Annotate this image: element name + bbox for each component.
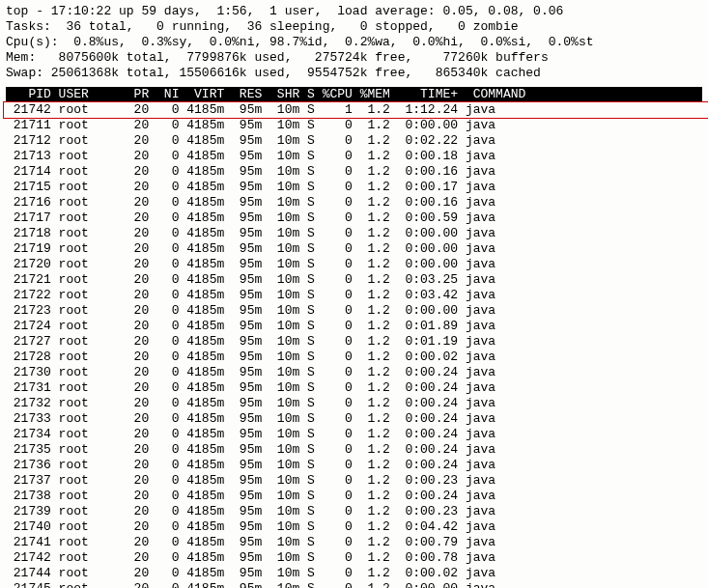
table-row: 21742 root 20 0 4185m 95m 10m S 0 1.2 0:…: [6, 550, 702, 566]
table-row: 21731 root 20 0 4185m 95m 10m S 0 1.2 0:…: [6, 380, 702, 396]
column-header-row: PID USER PR NI VIRT RES SHR S %CPU %MEM …: [6, 87, 702, 102]
top-summary-line-2: Tasks: 36 total, 0 running, 36 sleeping,…: [6, 19, 702, 35]
table-row: 21730 root 20 0 4185m 95m 10m S 0 1.2 0:…: [6, 365, 702, 380]
table-row: 21744 root 20 0 4185m 95m 10m S 0 1.2 0:…: [6, 566, 702, 581]
table-row: 21742 root 20 0 4185m 95m 10m S 1 1.2 1:…: [6, 102, 702, 118]
table-row: 21734 root 20 0 4185m 95m 10m S 0 1.2 0:…: [6, 427, 702, 442]
table-row: 21733 root 20 0 4185m 95m 10m S 0 1.2 0:…: [6, 411, 702, 427]
table-row: 21716 root 20 0 4185m 95m 10m S 0 1.2 0:…: [6, 195, 702, 210]
table-row: 21736 root 20 0 4185m 95m 10m S 0 1.2 0:…: [6, 458, 702, 473]
table-row: 21728 root 20 0 4185m 95m 10m S 0 1.2 0:…: [6, 350, 702, 365]
table-row: 21724 root 20 0 4185m 95m 10m S 0 1.2 0:…: [6, 319, 702, 334]
top-summary-line-3: Cpu(s): 0.8%us, 0.3%sy, 0.0%ni, 98.7%id,…: [6, 35, 702, 50]
table-row: 21712 root 20 0 4185m 95m 10m S 0 1.2 0:…: [6, 133, 702, 149]
table-row: 21714 root 20 0 4185m 95m 10m S 0 1.2 0:…: [6, 164, 702, 180]
table-row: 21737 root 20 0 4185m 95m 10m S 0 1.2 0:…: [6, 473, 702, 489]
table-row: 21741 root 20 0 4185m 95m 10m S 0 1.2 0:…: [6, 535, 702, 550]
table-row: 21720 root 20 0 4185m 95m 10m S 0 1.2 0:…: [6, 257, 702, 272]
top-summary-line-4: Mem: 8075600k total, 7799876k used, 2757…: [6, 50, 702, 66]
table-row: 21719 root 20 0 4185m 95m 10m S 0 1.2 0:…: [6, 241, 702, 257]
table-row: 21715 root 20 0 4185m 95m 10m S 0 1.2 0:…: [6, 180, 702, 195]
table-row: 21721 root 20 0 4185m 95m 10m S 0 1.2 0:…: [6, 272, 702, 288]
table-row: 21739 root 20 0 4185m 95m 10m S 0 1.2 0:…: [6, 504, 702, 519]
top-summary-line-5: Swap: 25061368k total, 15506616k used, 9…: [6, 66, 702, 81]
table-row: 21745 root 20 0 4185m 95m 10m S 0 1.2 0:…: [6, 581, 702, 588]
table-row: 21732 root 20 0 4185m 95m 10m S 0 1.2 0:…: [6, 396, 702, 411]
terminal-output: top - 17:10:22 up 59 days, 1:56, 1 user,…: [0, 0, 708, 588]
table-row: 21713 root 20 0 4185m 95m 10m S 0 1.2 0:…: [6, 149, 702, 164]
table-row: 21740 root 20 0 4185m 95m 10m S 0 1.2 0:…: [6, 519, 702, 535]
table-row: 21727 root 20 0 4185m 95m 10m S 0 1.2 0:…: [6, 334, 702, 350]
table-row: 21717 root 20 0 4185m 95m 10m S 0 1.2 0:…: [6, 210, 702, 226]
table-row: 21723 root 20 0 4185m 95m 10m S 0 1.2 0:…: [6, 303, 702, 319]
table-row: 21735 root 20 0 4185m 95m 10m S 0 1.2 0:…: [6, 442, 702, 458]
table-row: 21718 root 20 0 4185m 95m 10m S 0 1.2 0:…: [6, 226, 702, 241]
table-row: 21738 root 20 0 4185m 95m 10m S 0 1.2 0:…: [6, 489, 702, 504]
top-summary-line-1: top - 17:10:22 up 59 days, 1:56, 1 user,…: [6, 4, 702, 19]
process-table: 21742 root 20 0 4185m 95m 10m S 1 1.2 1:…: [6, 102, 702, 588]
table-row: 21711 root 20 0 4185m 95m 10m S 0 1.2 0:…: [6, 118, 702, 133]
table-row: 21722 root 20 0 4185m 95m 10m S 0 1.2 0:…: [6, 288, 702, 303]
